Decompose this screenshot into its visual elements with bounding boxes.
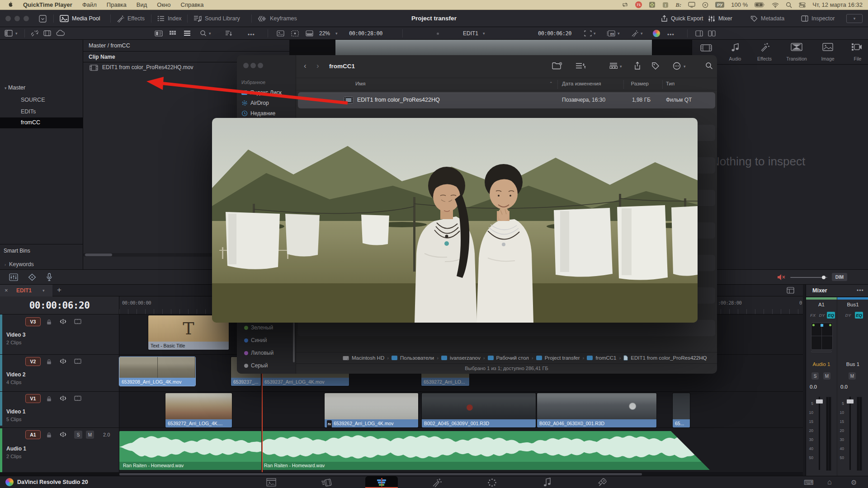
mixer-a1-mute[interactable]: M [823, 372, 830, 380]
menu-help[interactable]: Справка [181, 1, 204, 8]
breadcrumb-item[interactable]: Рабочий стол [496, 355, 529, 361]
sidebar-toggle-icon[interactable] [5, 30, 13, 37]
menu-file[interactable]: Файл [82, 1, 97, 8]
finder-zoom-button[interactable] [258, 63, 263, 68]
page-cut-icon[interactable] [321, 478, 333, 487]
mute-button[interactable]: M [86, 431, 94, 439]
sidebar-tag-blue[interactable]: Синий [244, 337, 267, 343]
tab-image-icon[interactable] [822, 43, 833, 51]
timeline-hscrollbar-thumb[interactable] [119, 473, 642, 475]
lock-icon[interactable] [46, 319, 52, 325]
track-v2-badge[interactable]: V2 [25, 357, 41, 366]
mixer-a1-fader-track[interactable] [819, 397, 820, 470]
effects-button[interactable]: Effects [117, 10, 145, 27]
viewer-zoom-chevron[interactable]: ▾ [335, 31, 338, 36]
timeline-clip-b002-a046[interactable]: B002_A046_0630X0_001.R3D [537, 393, 656, 427]
speaker-muted-icon[interactable] [777, 273, 786, 281]
stills-icon[interactable] [277, 30, 284, 37]
track-a1-badge[interactable]: A1 [25, 430, 41, 439]
breadcrumb-item[interactable]: Project transfer [545, 355, 580, 361]
control-center-icon[interactable] [799, 2, 806, 8]
lock-icon[interactable] [46, 396, 52, 402]
mixer-a1-level[interactable]: 0.0 [810, 384, 817, 389]
mixer-bus-fader-knob[interactable] [847, 399, 854, 404]
battery-icon[interactable] [755, 2, 765, 7]
mixer-a1-pan-pad[interactable] [811, 323, 833, 350]
input-source-switcher[interactable]: РУ [715, 2, 724, 8]
metadata-view-icon[interactable] [155, 30, 163, 37]
tab-transition-icon[interactable] [791, 43, 802, 51]
frame-view-icon[interactable] [74, 319, 81, 324]
media-pool-button[interactable]: Media Pool [60, 10, 100, 27]
track-v3-badge[interactable]: V3 [25, 317, 41, 326]
group-view-icon[interactable] [609, 62, 618, 70]
dual-viewer-icon[interactable] [708, 30, 716, 37]
split-view-icon[interactable] [306, 30, 313, 37]
mixer-bus-eq-button[interactable]: EQ [855, 312, 863, 319]
auto-select-icon[interactable] [60, 319, 66, 324]
mic-icon[interactable] [46, 273, 52, 282]
proxy-quality-icon[interactable]: HQ [607, 30, 615, 37]
tab-video-icon[interactable] [700, 43, 712, 52]
window-minimize-button[interactable] [14, 16, 20, 21]
clover-app-icon[interactable] [649, 1, 656, 8]
tab-file[interactable]: File [844, 56, 868, 61]
playback-icon[interactable] [702, 2, 708, 8]
track-v1-badge[interactable]: V1 [25, 394, 41, 403]
sort-icon[interactable] [225, 30, 232, 36]
volume-slider-knob[interactable] [822, 276, 826, 279]
proxy-chevron[interactable]: ▾ [618, 31, 620, 36]
mixer-a1-fx-button[interactable]: FX [809, 312, 817, 319]
column-type[interactable]: Тип [666, 81, 675, 86]
mixer-more-icon[interactable]: ••• [857, 287, 864, 294]
finder-close-button[interactable] [243, 63, 249, 68]
page-deliver-icon[interactable] [598, 478, 607, 487]
pan-marker[interactable] [821, 324, 823, 327]
mixer-bus-level[interactable]: 0.0 [840, 384, 848, 389]
viewer-effects-icon[interactable] [631, 30, 638, 37]
sidebar-item-yandex-disk[interactable]: Яндекс.Диск [241, 89, 282, 96]
sound-library-button[interactable]: Sound Library [193, 10, 240, 27]
frame-view-icon[interactable] [74, 358, 81, 364]
auto-select-icon[interactable] [60, 432, 66, 437]
spotlight-search-icon[interactable] [786, 2, 792, 8]
pan-diamond-icon[interactable] [28, 273, 36, 281]
menu-view[interactable]: Вид [137, 1, 147, 8]
timeline-clip-6539208[interactable]: 6539208_Arri_LOG_4K.mov [119, 357, 195, 386]
column-size[interactable]: Размер [623, 81, 649, 86]
timeline-options-icon[interactable] [787, 287, 794, 294]
timeline-clip-65[interactable]: 65... [673, 393, 690, 427]
tab-transition[interactable]: Transition [781, 56, 812, 61]
sidebar-item-airdrop[interactable]: AirDrop [241, 100, 269, 106]
dim-button[interactable]: DIM [832, 273, 847, 281]
search-icon[interactable] [200, 30, 207, 37]
sidebar-tag-green[interactable]: Зеленый [244, 324, 273, 331]
tags-icon[interactable] [651, 62, 660, 70]
timeline-tab[interactable]: × EDIT1 ▾ [0, 285, 52, 296]
tab-file-icon[interactable] [851, 42, 862, 52]
quicktime-window[interactable] [212, 118, 698, 323]
timeline-clip-6539272-v1[interactable]: 6539272_Arri_LOG_4K.... [165, 393, 232, 427]
settings-gear-icon[interactable]: ⚙ [851, 479, 857, 487]
menu-edit[interactable]: Правка [107, 1, 127, 8]
fit-chevron[interactable]: ▾ [594, 31, 596, 36]
column-name[interactable]: Имя [355, 81, 365, 86]
more-actions-chevron[interactable]: ▾ [684, 64, 686, 69]
mixer-a1-id[interactable]: A1 [806, 302, 837, 307]
mixer-a1-dy-button[interactable]: DY [818, 312, 826, 319]
clip-name-column-header[interactable]: Clip Name [89, 54, 115, 60]
tab-effects[interactable]: Effects [751, 56, 778, 61]
bin-fromcc-row[interactable]: fromCC [0, 117, 83, 128]
notification-badge[interactable]: 71 [635, 1, 642, 8]
mixer-bus-mute[interactable]: M [849, 372, 856, 380]
finder-file-row[interactable]: EDIT1 from color_ProRes422HQ Позавчера, … [298, 92, 715, 108]
close-icon[interactable]: × [5, 287, 8, 294]
mixer-a1-eq-button[interactable]: EQ [827, 312, 835, 319]
display-icon[interactable] [688, 2, 695, 8]
auto-select-icon[interactable] [60, 358, 66, 364]
subclip-icon[interactable] [43, 30, 51, 37]
bin-master-row[interactable]: ▾ Master [5, 84, 25, 91]
media-pool-more-icon[interactable]: ••• [248, 32, 255, 38]
window-close-button[interactable] [5, 16, 11, 21]
grab-still-icon[interactable] [291, 30, 299, 37]
